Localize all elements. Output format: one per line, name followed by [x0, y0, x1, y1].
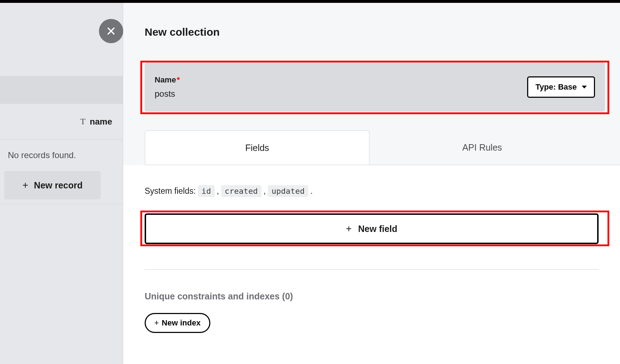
new-field-label: New field [358, 224, 398, 234]
no-records-text: No records found. [0, 140, 123, 171]
new-record-button[interactable]: + New record [4, 171, 101, 199]
plus-icon: + [22, 180, 28, 190]
tab-content-fields: System fields: id , created , updated . … [123, 165, 620, 364]
name-field-label: Name* [155, 75, 180, 85]
tab-fields[interactable]: Fields [145, 130, 370, 165]
close-icon [106, 26, 116, 36]
plus-icon: + [154, 319, 159, 327]
new-record-label: New record [34, 180, 82, 191]
system-fields-label: System fields: [145, 186, 196, 196]
collection-name-row: Name* posts Type: Base [145, 62, 605, 112]
tab-api-rules[interactable]: API Rules [370, 130, 595, 165]
main-panel: New collection Name* posts Type: Base Fi… [123, 3, 620, 364]
type-select[interactable]: Type: Base [527, 76, 595, 98]
required-asterisk: * [177, 75, 180, 84]
tabs: Fields API Rules [145, 130, 620, 165]
panel-title: New collection [123, 3, 620, 38]
close-button[interactable] [99, 19, 123, 43]
system-field-created[interactable]: created [221, 185, 261, 197]
system-field-updated[interactable]: updated [268, 185, 308, 197]
sidebar-selected-collection-row[interactable] [0, 76, 123, 104]
name-field-input[interactable]: posts [155, 89, 180, 99]
new-index-label: New index [162, 318, 201, 328]
new-index-button[interactable]: + New index [145, 313, 210, 333]
system-field-id[interactable]: id [198, 185, 215, 197]
type-select-label: Type: Base [535, 82, 577, 92]
text-type-icon: T [80, 117, 86, 126]
divider [145, 269, 599, 270]
plus-icon: + [346, 224, 351, 234]
chevron-down-icon [582, 86, 587, 89]
constraints-heading: Unique constraints and indexes (0) [145, 291, 599, 302]
new-field-button[interactable]: + New field [145, 213, 599, 244]
sidebar: T name No records found. + New record [0, 3, 123, 364]
system-fields-row: System fields: id , created , updated . [145, 185, 599, 197]
column-header[interactable]: T name [0, 104, 123, 140]
column-header-label: name [90, 117, 112, 127]
